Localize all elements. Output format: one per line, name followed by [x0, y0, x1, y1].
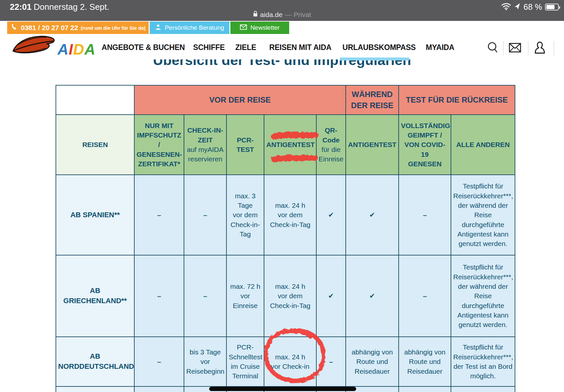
regulations-table: VOR DER REISE WÄHREND DER REISE TEST FÜR… [56, 85, 515, 392]
aida-logo[interactable]: AIDA [9, 32, 84, 60]
nav-urlaubskompass[interactable]: URLAUBSKOMPASS [342, 43, 416, 52]
cell-griechenland-checkin: – [184, 255, 226, 337]
cell-spanien-pcr: max. 3 Tage vor dem Check-in- Tag [226, 175, 264, 255]
cell-griechenland-antigen-waehrend: ✔ [346, 255, 399, 337]
colheader-reisen: REISEN [56, 115, 134, 175]
cell-spanien-antigen: max. 24 h vor dem Check-in-Tag [264, 175, 316, 255]
phone-icon [10, 24, 18, 32]
nav-myaida[interactable]: MYAIDA [426, 43, 454, 52]
cell-spanien-qr: ✔ [316, 175, 346, 255]
horizontal-scrollbar[interactable] [209, 387, 356, 391]
newsletter-button[interactable]: Newsletter [230, 22, 289, 34]
row-partial [56, 386, 134, 392]
envelope-icon [240, 24, 247, 32]
cell-nord-antigen: max. 24 h vor Check-in [264, 337, 316, 386]
cell-nord-qr: – [316, 337, 346, 386]
account-icon[interactable] [533, 41, 547, 55]
aida-wordmark: AIDA [58, 41, 95, 58]
aida-kiss-icon [9, 32, 58, 60]
cell-nord-geimpft: abhängig von Route und Reisedauer [399, 337, 451, 386]
cell-spanien-checkin: – [184, 175, 226, 255]
nav-reisen-mit-aida[interactable]: REISEN MIT AIDA [269, 43, 331, 52]
site-header: AIDA ANGEBOTE & BUCHEN SCHIFFE ZIELE REI… [0, 33, 564, 59]
phone-button[interactable]: 0381 / 20 27 07 22 (rund um die Uhr für … [7, 22, 149, 34]
safari-url-bar[interactable]: aida.de — Privat [0, 10, 564, 19]
cell-griechenland-antigen: max. 24 h vor dem Check-in-Tag [264, 255, 316, 337]
row-label-norddeutschland: AB NORDDEUTSCHLAND [56, 337, 134, 386]
nav-schiffe[interactable]: SCHIFFE [193, 43, 225, 52]
private-mode-label: — Privat [285, 11, 311, 19]
cell-nord-antigen-waehrend: abhängig von Route und Reisedauer [346, 337, 399, 386]
header-test-rueckreise: TEST FÜR DIE RÜCKREISE [399, 85, 515, 115]
cell-griechenland-geimpft: – [399, 255, 451, 337]
header-waehrend-der-reise: WÄHREND DER REISE [346, 85, 399, 115]
nav-ziele[interactable]: ZIELE [235, 43, 256, 52]
active-tab-underline [340, 57, 409, 60]
search-icon[interactable] [486, 41, 500, 55]
cell-nord-pcr: PCR- Schnelltest im Cruise Terminal [226, 337, 264, 386]
header-divider [528, 41, 528, 56]
ios-status-bar: 22:01 Donnerstag 2. Sept. 68 % aida.de —… [0, 0, 564, 21]
beratung-button[interactable]: Persönliche Beratung [150, 22, 229, 34]
cell-griechenland-pcr: max. 72 h vor Einreise [226, 255, 264, 337]
cell-spanien-geimpft: – [399, 175, 451, 255]
header-vor-der-reise: VOR DER REISE [134, 85, 346, 115]
phone-number: 0381 / 20 27 07 22 [21, 24, 78, 32]
colheader-alle-anderen: ALLE ANDEREN [451, 115, 515, 175]
row-label-griechenland: AB GRIECHENLAND** [56, 255, 134, 337]
phone-note: (rund um die Uhr für Sie da) [81, 25, 145, 31]
row-label-spanien: AB SPANIEN** [56, 175, 134, 255]
url-host: aida.de [260, 11, 283, 19]
colheader-qr-code: QR- Codefür die Einreise [316, 115, 346, 175]
colheader-antigentest-waehrend: ANTIGENTEST [346, 115, 399, 175]
colheader-impfschutz: NUR MIT IMPFSCHUTZ / GENESENEN- ZERTIFIK… [134, 115, 184, 175]
mail-icon[interactable] [508, 41, 522, 55]
cell-griechenland-alle: Testpflicht für Reiserückkehrer***, der … [451, 255, 515, 337]
cell-spanien-alle: Testpflicht für Reiserückkehrer***, der … [451, 175, 515, 255]
cell-spanien-impfschutz: – [134, 175, 184, 255]
battery-icon [545, 4, 559, 10]
cell-spanien-antigen-waehrend: ✔ [346, 175, 399, 255]
newsletter-label: Newsletter [250, 24, 280, 31]
header-divider [554, 41, 554, 56]
colheader-pcr-test: PCR- TEST [226, 115, 264, 175]
cell-corner-empty [56, 85, 134, 115]
cell-nord-checkin: bis 3 Tage vor Reisebeginn [184, 337, 226, 386]
colheader-checkin-zeit: CHECK-IN- ZEITauf myAIDA reservieren [184, 115, 226, 175]
header-divider [503, 41, 504, 56]
colheader-vollstaendig-geimpft: VOLLSTÄNDIG GEIMPFT / VON COVID-19 GENES… [399, 115, 451, 175]
cell-nord-impfschutz: – [134, 337, 184, 386]
top-action-bar: 0381 / 20 27 07 22 (rund um die Uhr für … [0, 22, 564, 34]
cell-griechenland-qr: ✔ [316, 255, 346, 337]
colheader-antigentest-vor: ANTIGENTEST [264, 115, 316, 175]
screen: Übersicht der Test- und Impfregularien 2… [0, 0, 564, 392]
nav-angebote[interactable]: ANGEBOTE & BUCHEN [102, 43, 185, 52]
cell-griechenland-impfschutz: – [134, 255, 184, 337]
cell-nord-alle: Testpflicht für Reiserückkehrer***, der … [451, 337, 515, 386]
person-filled-icon [155, 24, 161, 32]
lock-icon [253, 10, 258, 19]
location-arrow-icon [514, 3, 521, 11]
beratung-label: Persönliche Beratung [165, 24, 224, 31]
